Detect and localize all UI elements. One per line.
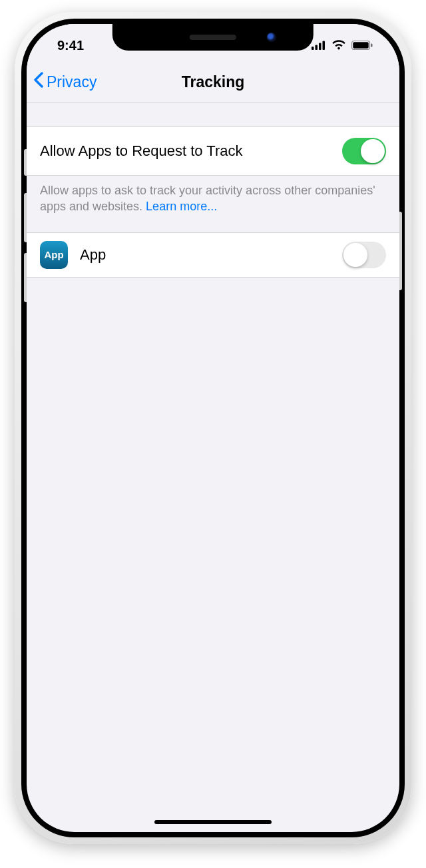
app-tracking-row: App App: [27, 232, 399, 278]
wifi-icon: [331, 38, 346, 53]
svg-rect-5: [353, 42, 368, 48]
app-name-label: App: [80, 246, 330, 264]
allow-track-toggle[interactable]: [342, 138, 386, 164]
svg-rect-2: [319, 43, 321, 50]
svg-rect-1: [316, 45, 318, 50]
notch: [112, 24, 314, 51]
front-camera: [267, 33, 276, 42]
speaker-grille: [190, 35, 236, 40]
svg-rect-0: [312, 47, 314, 50]
toggle-knob: [343, 243, 367, 267]
app-tracking-toggle[interactable]: [342, 242, 386, 268]
home-indicator[interactable]: [154, 820, 272, 824]
learn-more-link[interactable]: Learn more...: [146, 200, 217, 213]
cellular-icon: [312, 38, 326, 53]
status-time: 9:41: [57, 38, 84, 53]
screen: 9:41 Pri: [27, 24, 399, 832]
allow-track-footer: Allow apps to ask to track your activity…: [27, 176, 399, 232]
page-title: Tracking: [27, 73, 399, 91]
app-icon: App: [40, 241, 68, 269]
toggle-knob: [361, 139, 385, 163]
svg-rect-6: [371, 43, 373, 47]
battery-icon: [351, 38, 373, 53]
navigation-bar: Privacy Tracking: [27, 63, 399, 103]
allow-track-row: Allow Apps to Request to Track: [27, 126, 399, 176]
settings-content: Allow Apps to Request to Track Allow app…: [27, 103, 399, 278]
svg-rect-3: [323, 41, 325, 50]
allow-track-label: Allow Apps to Request to Track: [40, 142, 243, 160]
phone-frame: 9:41 Pri: [15, 12, 411, 844]
